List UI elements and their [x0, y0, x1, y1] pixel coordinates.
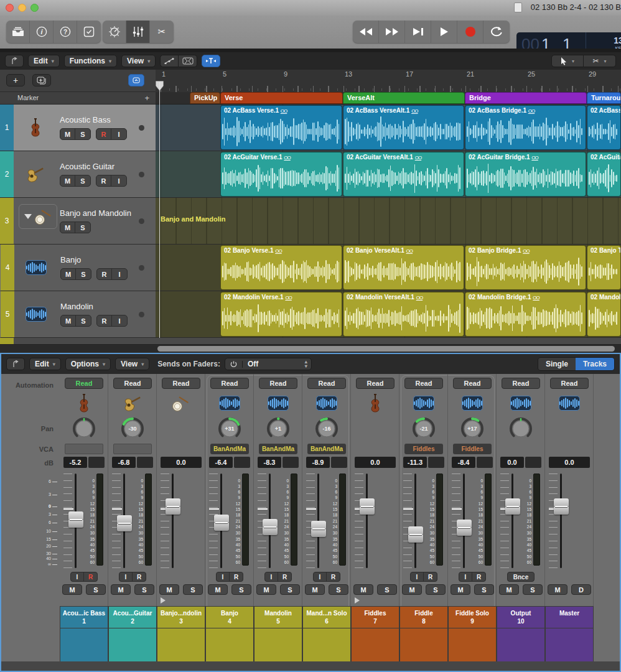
arrangement-marker-bridge[interactable]: Bridge: [465, 92, 587, 104]
tracks-menu-edit[interactable]: Edit▾: [28, 55, 60, 67]
automation-mode-button[interactable]: Read: [210, 378, 249, 389]
arrangement-marker-versealt[interactable]: VerseAlt: [343, 92, 465, 104]
volume-fader[interactable]: [214, 515, 229, 531]
record-button[interactable]: [457, 21, 483, 43]
automation-mode-button[interactable]: Read: [404, 378, 443, 389]
mixer-menu-edit[interactable]: Edit▾: [29, 358, 61, 370]
channel-name-box[interactable]: Fiddle8: [399, 606, 448, 628]
pan-knob[interactable]: -21: [412, 417, 436, 441]
input-monitor-button[interactable]: I: [265, 572, 278, 582]
track-header-acoustic-bass[interactable]: 1Acoustic BassMSRI: [0, 105, 156, 151]
automation-mode-button[interactable]: Read: [113, 378, 152, 389]
solo-button[interactable]: S: [134, 584, 154, 595]
volume-db-value[interactable]: -5.2: [63, 457, 87, 468]
solo-button[interactable]: S: [231, 584, 251, 595]
volume-db-value[interactable]: -6.8: [112, 457, 136, 468]
minimize-window-button[interactable]: [18, 4, 26, 12]
dim-button[interactable]: D: [571, 584, 591, 595]
region-02-acguitar-versealt-1[interactable]: 02 AcGuitar VerseAlt.1 OO: [343, 152, 464, 197]
region-02-mandol[interactable]: 02 Mandol: [587, 292, 621, 337]
stack-disclosure-triangle[interactable]: [161, 597, 166, 604]
track-icon[interactable]: [22, 253, 50, 282]
channel-name-box[interactable]: Banjo4: [205, 606, 254, 628]
add-marker-button[interactable]: +: [144, 93, 149, 103]
mute-button[interactable]: M: [60, 129, 75, 139]
region-02-acguitar-verse-1[interactable]: 02 AcGuitar Verse.1 OO: [220, 152, 342, 197]
automation-mode-button[interactable]: Read: [550, 378, 589, 389]
solo-button[interactable]: S: [329, 584, 348, 595]
forward-button[interactable]: [379, 21, 405, 43]
record-enable-button[interactable]: R: [327, 572, 340, 582]
mixer-back-arrow-button[interactable]: [6, 358, 25, 370]
volume-db-value[interactable]: -6.4: [209, 457, 233, 468]
mute-button[interactable]: M: [61, 315, 76, 326]
info-button[interactable]: i: [30, 21, 54, 43]
track-icon[interactable]: [21, 160, 50, 189]
track-lane-5[interactable]: 02 Mandolin Verse.1 OO02 Mandolin VerseA…: [156, 291, 621, 338]
track-status-dot[interactable]: [139, 172, 144, 177]
smart-controls-button[interactable]: [103, 21, 126, 43]
automation-mode-button[interactable]: Read: [162, 378, 200, 389]
vca-assignment[interactable]: BanAndMa: [210, 444, 249, 454]
channel-name-box[interactable]: Fiddle Solo9: [448, 606, 497, 628]
mute-button[interactable]: M: [61, 269, 76, 279]
region-02-mandolin-verse-1[interactable]: 02 Mandolin Verse.1 OO: [220, 292, 342, 337]
pan-knob[interactable]: +1: [266, 417, 290, 441]
record-enable-button[interactable]: R: [97, 315, 112, 326]
track-header-banjo-and-mandolin[interactable]: 3Banjo and MandolinMS: [0, 198, 156, 245]
record-enable-button[interactable]: R: [84, 572, 97, 582]
record-enable-button[interactable]: R: [97, 269, 112, 279]
region-02-acbass-bridge-1[interactable]: 02 AcBass Bridge.1 OO: [465, 105, 586, 150]
view-toggle-tracks[interactable]: Tracks: [576, 358, 614, 370]
vca-area[interactable]: BanAndMa: [307, 444, 346, 454]
vca-assignment[interactable]: BanAndMa: [259, 444, 297, 454]
track-lane-3[interactable]: Banjo and Mandolin: [156, 198, 621, 245]
channel-name-box[interactable]: Banjo...ndolin3: [157, 606, 205, 628]
channel-name-box[interactable]: Master: [545, 606, 594, 628]
close-window-button[interactable]: [6, 4, 14, 12]
solo-button[interactable]: S: [280, 584, 300, 595]
input-monitor-button[interactable]: I: [111, 129, 126, 139]
input-monitor-button[interactable]: I: [112, 315, 127, 326]
mute-button[interactable]: M: [208, 584, 228, 595]
track-status-dot[interactable]: [139, 125, 144, 131]
solo-button[interactable]: S: [426, 584, 446, 595]
record-enable-button[interactable]: R: [424, 572, 437, 582]
mute-button[interactable]: M: [451, 584, 470, 595]
secondary-tool-select[interactable]: ✂▾: [584, 55, 616, 67]
region-02-acbass-verse-1[interactable]: 02 AcBass Verse.1 OO: [220, 105, 342, 150]
volume-fader[interactable]: [554, 498, 569, 515]
duplicate-track-button[interactable]: [32, 74, 51, 86]
volume-fader[interactable]: [166, 498, 180, 515]
track-status-dot[interactable]: [139, 312, 144, 317]
region-02-mandolin-versealt-1[interactable]: 02 Mandolin VerseAlt.1 OO: [343, 292, 464, 337]
record-enable-button[interactable]: R: [96, 175, 111, 186]
volume-db-value[interactable]: -8.4: [452, 457, 475, 468]
solo-button[interactable]: S: [75, 175, 90, 186]
volume-db-value[interactable]: 0.0: [355, 457, 396, 468]
track-status-dot[interactable]: [139, 218, 144, 224]
mute-button[interactable]: M: [62, 584, 82, 595]
vca-empty-slot[interactable]: [113, 444, 152, 454]
mute-button[interactable]: M: [60, 222, 75, 233]
view-toggle-single[interactable]: Single: [538, 358, 576, 370]
fader-track[interactable]: [560, 474, 562, 568]
skip-end-button[interactable]: [405, 21, 431, 43]
pan-knob[interactable]: -16: [315, 417, 339, 441]
track-icon[interactable]: [22, 300, 50, 329]
vca-area[interactable]: BanAndMa: [259, 444, 297, 454]
channel-name-box[interactable]: Output10: [497, 606, 545, 628]
track-lane-1[interactable]: 02 AcBass Verse.1 OO02 AcBass VerseAlt.1…: [156, 105, 621, 151]
input-monitor-button[interactable]: I: [111, 175, 126, 186]
vca-assignment[interactable]: Fiddles: [404, 444, 443, 454]
automation-mode-button[interactable]: Read: [65, 378, 103, 389]
add-track-button[interactable]: +: [6, 74, 25, 86]
input-monitor-button[interactable]: I: [112, 269, 127, 279]
pan-knob[interactable]: +31: [218, 417, 241, 441]
pan-knob[interactable]: +17: [460, 417, 484, 441]
arrangement-marker-pickup[interactable]: PickUp: [190, 92, 220, 104]
mixer-button[interactable]: [126, 21, 150, 43]
solo-button[interactable]: S: [377, 584, 397, 595]
mute-button[interactable]: M: [159, 584, 179, 595]
checklist-button[interactable]: [77, 21, 101, 43]
